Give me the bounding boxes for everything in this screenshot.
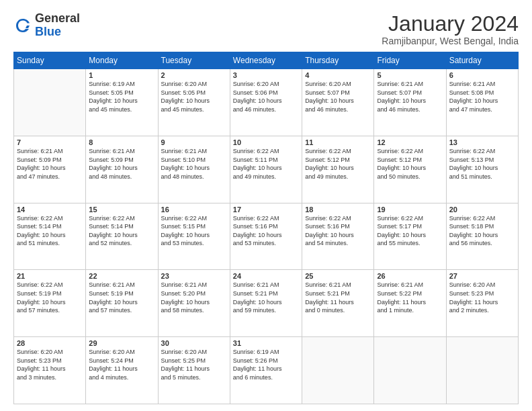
calendar-week-1: 1Sunrise: 6:19 AM Sunset: 5:05 PM Daylig…	[14, 69, 519, 136]
table-row: 26Sunrise: 6:21 AM Sunset: 5:22 PM Dayli…	[374, 270, 446, 337]
day-number: 17	[233, 205, 299, 214]
col-sunday: Sunday	[14, 52, 86, 69]
table-row: 28Sunrise: 6:20 AM Sunset: 5:23 PM Dayli…	[14, 337, 86, 404]
day-number: 22	[89, 272, 154, 280]
calendar-subtitle: Ramjibanpur, West Bengal, India	[382, 36, 519, 46]
day-info: Sunrise: 6:21 AM Sunset: 5:21 PM Dayligh…	[305, 281, 371, 314]
calendar-week-4: 21Sunrise: 6:22 AM Sunset: 5:19 PM Dayli…	[14, 270, 519, 337]
day-number: 23	[161, 272, 227, 280]
header-row: Sunday Monday Tuesday Wednesday Thursday…	[14, 52, 519, 69]
logo-blue: Blue	[35, 26, 80, 39]
calendar-week-3: 14Sunrise: 6:22 AM Sunset: 5:14 PM Dayli…	[14, 203, 519, 270]
day-number: 14	[17, 205, 83, 214]
table-row	[374, 337, 446, 404]
day-info: Sunrise: 6:22 AM Sunset: 5:13 PM Dayligh…	[449, 147, 515, 181]
day-info: Sunrise: 6:21 AM Sunset: 5:07 PM Dayligh…	[377, 80, 443, 113]
col-saturday: Saturday	[446, 52, 518, 69]
table-row: 24Sunrise: 6:21 AM Sunset: 5:21 PM Dayli…	[230, 270, 302, 337]
table-row: 2Sunrise: 6:20 AM Sunset: 5:05 PM Daylig…	[158, 69, 230, 136]
day-number: 19	[377, 205, 443, 214]
logo-general: General	[35, 12, 80, 26]
calendar-week-5: 28Sunrise: 6:20 AM Sunset: 5:23 PM Dayli…	[14, 337, 519, 404]
day-info: Sunrise: 6:20 AM Sunset: 5:23 PM Dayligh…	[449, 281, 515, 314]
day-info: Sunrise: 6:22 AM Sunset: 5:19 PM Dayligh…	[17, 281, 83, 314]
day-number: 31	[233, 339, 299, 347]
day-info: Sunrise: 6:22 AM Sunset: 5:17 PM Dayligh…	[377, 214, 443, 248]
table-row: 13Sunrise: 6:22 AM Sunset: 5:13 PM Dayli…	[446, 136, 518, 203]
table-row: 23Sunrise: 6:21 AM Sunset: 5:20 PM Dayli…	[158, 270, 230, 337]
day-number: 8	[89, 138, 154, 146]
day-info: Sunrise: 6:20 AM Sunset: 5:05 PM Dayligh…	[161, 80, 227, 113]
day-info: Sunrise: 6:22 AM Sunset: 5:16 PM Dayligh…	[233, 214, 299, 248]
day-info: Sunrise: 6:21 AM Sunset: 5:22 PM Dayligh…	[377, 281, 443, 314]
logo-icon	[13, 16, 32, 35]
day-number: 5	[377, 71, 443, 79]
day-info: Sunrise: 6:21 AM Sunset: 5:19 PM Dayligh…	[89, 281, 154, 314]
page: General Blue January 2024 Ramjibanpur, W…	[0, 0, 532, 411]
day-number: 11	[305, 138, 371, 146]
day-info: Sunrise: 6:21 AM Sunset: 5:08 PM Dayligh…	[449, 80, 515, 113]
table-row: 22Sunrise: 6:21 AM Sunset: 5:19 PM Dayli…	[86, 270, 158, 337]
day-info: Sunrise: 6:22 AM Sunset: 5:16 PM Dayligh…	[305, 214, 371, 248]
day-info: Sunrise: 6:22 AM Sunset: 5:11 PM Dayligh…	[233, 147, 299, 181]
day-number: 1	[89, 71, 154, 79]
table-row	[14, 69, 86, 136]
table-row: 10Sunrise: 6:22 AM Sunset: 5:11 PM Dayli…	[230, 136, 302, 203]
day-info: Sunrise: 6:21 AM Sunset: 5:09 PM Dayligh…	[89, 147, 154, 181]
day-info: Sunrise: 6:20 AM Sunset: 5:24 PM Dayligh…	[89, 348, 154, 381]
table-row: 29Sunrise: 6:20 AM Sunset: 5:24 PM Dayli…	[86, 337, 158, 404]
title-block: January 2024 Ramjibanpur, West Bengal, I…	[382, 12, 519, 46]
table-row	[302, 337, 374, 404]
col-monday: Monday	[86, 52, 158, 69]
day-number: 20	[449, 205, 515, 214]
table-row: 30Sunrise: 6:20 AM Sunset: 5:25 PM Dayli…	[158, 337, 230, 404]
table-row	[446, 337, 518, 404]
day-number: 30	[161, 339, 227, 347]
day-info: Sunrise: 6:22 AM Sunset: 5:18 PM Dayligh…	[449, 214, 515, 248]
table-row: 20Sunrise: 6:22 AM Sunset: 5:18 PM Dayli…	[446, 203, 518, 270]
day-info: Sunrise: 6:20 AM Sunset: 5:23 PM Dayligh…	[17, 348, 83, 381]
day-info: Sunrise: 6:20 AM Sunset: 5:25 PM Dayligh…	[161, 348, 227, 381]
day-info: Sunrise: 6:22 AM Sunset: 5:14 PM Dayligh…	[17, 214, 83, 248]
day-number: 29	[89, 339, 154, 347]
day-number: 15	[89, 205, 154, 214]
day-number: 28	[17, 339, 83, 347]
calendar-table: Sunday Monday Tuesday Wednesday Thursday…	[13, 52, 519, 404]
day-info: Sunrise: 6:19 AM Sunset: 5:05 PM Dayligh…	[89, 80, 154, 113]
table-row: 16Sunrise: 6:22 AM Sunset: 5:15 PM Dayli…	[158, 203, 230, 270]
table-row: 6Sunrise: 6:21 AM Sunset: 5:08 PM Daylig…	[446, 69, 518, 136]
table-row: 18Sunrise: 6:22 AM Sunset: 5:16 PM Dayli…	[302, 203, 374, 270]
day-number: 21	[17, 272, 83, 280]
table-row: 15Sunrise: 6:22 AM Sunset: 5:14 PM Dayli…	[86, 203, 158, 270]
col-thursday: Thursday	[302, 52, 374, 69]
day-info: Sunrise: 6:19 AM Sunset: 5:26 PM Dayligh…	[233, 348, 299, 381]
table-row: 31Sunrise: 6:19 AM Sunset: 5:26 PM Dayli…	[230, 337, 302, 404]
table-row: 19Sunrise: 6:22 AM Sunset: 5:17 PM Dayli…	[374, 203, 446, 270]
day-info: Sunrise: 6:21 AM Sunset: 5:20 PM Dayligh…	[161, 281, 227, 314]
table-row: 12Sunrise: 6:22 AM Sunset: 5:12 PM Dayli…	[374, 136, 446, 203]
day-number: 9	[161, 138, 227, 146]
day-number: 24	[233, 272, 299, 280]
table-row: 14Sunrise: 6:22 AM Sunset: 5:14 PM Dayli…	[14, 203, 86, 270]
col-friday: Friday	[374, 52, 446, 69]
table-row: 8Sunrise: 6:21 AM Sunset: 5:09 PM Daylig…	[86, 136, 158, 203]
day-number: 3	[233, 71, 299, 79]
table-row: 27Sunrise: 6:20 AM Sunset: 5:23 PM Dayli…	[446, 270, 518, 337]
calendar-title: January 2024	[382, 12, 519, 36]
table-row: 11Sunrise: 6:22 AM Sunset: 5:12 PM Dayli…	[302, 136, 374, 203]
day-number: 27	[449, 272, 515, 280]
col-wednesday: Wednesday	[230, 52, 302, 69]
header: General Blue January 2024 Ramjibanpur, W…	[13, 12, 519, 46]
day-number: 13	[449, 138, 515, 146]
table-row: 3Sunrise: 6:20 AM Sunset: 5:06 PM Daylig…	[230, 69, 302, 136]
table-row: 4Sunrise: 6:20 AM Sunset: 5:07 PM Daylig…	[302, 69, 374, 136]
day-info: Sunrise: 6:22 AM Sunset: 5:12 PM Dayligh…	[377, 147, 443, 181]
calendar-week-2: 7Sunrise: 6:21 AM Sunset: 5:09 PM Daylig…	[14, 136, 519, 203]
day-number: 16	[161, 205, 227, 214]
table-row: 17Sunrise: 6:22 AM Sunset: 5:16 PM Dayli…	[230, 203, 302, 270]
day-number: 2	[161, 71, 227, 79]
day-number: 18	[305, 205, 371, 214]
table-row: 1Sunrise: 6:19 AM Sunset: 5:05 PM Daylig…	[86, 69, 158, 136]
day-info: Sunrise: 6:20 AM Sunset: 5:07 PM Dayligh…	[305, 80, 371, 113]
day-number: 26	[377, 272, 443, 280]
